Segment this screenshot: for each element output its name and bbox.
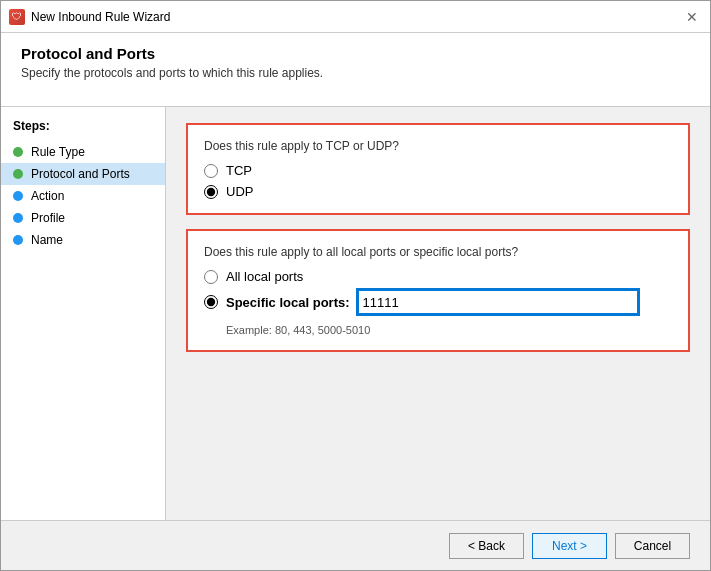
close-button[interactable]: ✕ xyxy=(682,7,702,27)
page-title: Protocol and Ports xyxy=(21,45,690,62)
dot-name xyxy=(13,235,23,245)
sidebar-label-name: Name xyxy=(31,233,63,247)
footer: < Back Next > Cancel xyxy=(1,520,710,570)
window-icon: 🛡 xyxy=(9,9,25,25)
ports-question: Does this rule apply to all local ports … xyxy=(204,245,672,259)
cancel-button[interactable]: Cancel xyxy=(615,533,690,559)
sidebar-item-protocol-ports[interactable]: Protocol and Ports xyxy=(1,163,165,185)
header-section: Protocol and Ports Specify the protocols… xyxy=(1,33,710,107)
tcp-udp-section: Does this rule apply to TCP or UDP? TCP … xyxy=(186,123,690,215)
ports-radio-group: All local ports Specific local ports: Ex… xyxy=(204,269,672,336)
content-area: Steps: Rule Type Protocol and Ports Acti… xyxy=(1,107,710,520)
steps-label: Steps: xyxy=(1,119,165,141)
example-text: Example: 80, 443, 5000-5010 xyxy=(226,324,672,336)
sidebar-label-rule-type: Rule Type xyxy=(31,145,85,159)
specific-ports-label: Specific local ports: xyxy=(226,295,350,310)
dot-action xyxy=(13,191,23,201)
tcp-label: TCP xyxy=(226,163,252,178)
dot-rule-type xyxy=(13,147,23,157)
ports-input[interactable] xyxy=(358,290,638,314)
sidebar-item-rule-type[interactable]: Rule Type xyxy=(1,141,165,163)
next-button[interactable]: Next > xyxy=(532,533,607,559)
tcp-udp-question: Does this rule apply to TCP or UDP? xyxy=(204,139,672,153)
tcp-radio[interactable] xyxy=(204,164,218,178)
specific-ports-radio[interactable] xyxy=(204,295,218,309)
udp-radio[interactable] xyxy=(204,185,218,199)
all-ports-label: All local ports xyxy=(226,269,303,284)
tcp-option[interactable]: TCP xyxy=(204,163,672,178)
sidebar-label-protocol-ports: Protocol and Ports xyxy=(31,167,130,181)
title-bar-left: 🛡 New Inbound Rule Wizard xyxy=(9,9,170,25)
all-ports-radio[interactable] xyxy=(204,270,218,284)
dot-protocol-ports xyxy=(13,169,23,179)
window-title: New Inbound Rule Wizard xyxy=(31,10,170,24)
specific-ports-option[interactable]: Specific local ports: xyxy=(204,295,350,310)
title-bar: 🛡 New Inbound Rule Wizard ✕ xyxy=(1,1,710,33)
back-button[interactable]: < Back xyxy=(449,533,524,559)
sidebar-item-name[interactable]: Name xyxy=(1,229,165,251)
main-window: 🛡 New Inbound Rule Wizard ✕ Protocol and… xyxy=(0,0,711,571)
dot-profile xyxy=(13,213,23,223)
sidebar: Steps: Rule Type Protocol and Ports Acti… xyxy=(1,107,166,520)
ports-section: Does this rule apply to all local ports … xyxy=(186,229,690,352)
specific-ports-row: Specific local ports: xyxy=(204,290,672,314)
sidebar-label-action: Action xyxy=(31,189,64,203)
all-ports-option[interactable]: All local ports xyxy=(204,269,672,284)
sidebar-item-profile[interactable]: Profile xyxy=(1,207,165,229)
sidebar-label-profile: Profile xyxy=(31,211,65,225)
tcp-udp-radio-group: TCP UDP xyxy=(204,163,672,199)
main-content: Does this rule apply to TCP or UDP? TCP … xyxy=(166,107,710,520)
udp-option[interactable]: UDP xyxy=(204,184,672,199)
udp-label: UDP xyxy=(226,184,253,199)
page-subtitle: Specify the protocols and ports to which… xyxy=(21,66,690,80)
sidebar-item-action[interactable]: Action xyxy=(1,185,165,207)
